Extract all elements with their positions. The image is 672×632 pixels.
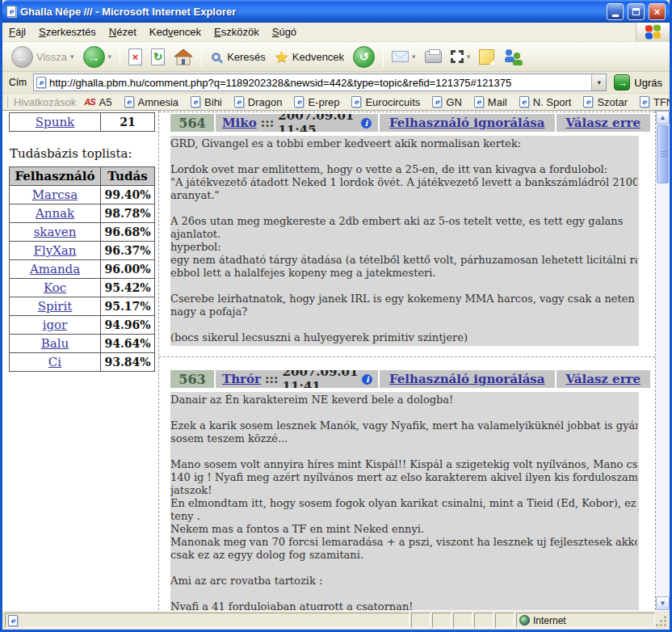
user-link[interactable]: Koc — [44, 280, 66, 295]
user-link[interactable]: Amanda — [30, 262, 80, 276]
ie-page-icon: e — [294, 96, 304, 107]
home-button[interactable] — [170, 46, 197, 68]
forward-button[interactable]: → ▾ — [79, 44, 116, 70]
scroll-up-button[interactable]: ▲ — [656, 111, 670, 124]
post-text-line: Lordok ovet mar emlitettem, hogy o vette… — [170, 163, 637, 176]
stop-icon: × — [128, 48, 142, 65]
home-icon — [174, 48, 193, 65]
address-dropdown-button[interactable]: ▾ — [591, 74, 606, 91]
forward-dropdown-icon[interactable]: ▾ — [108, 53, 112, 61]
back-dropdown-icon[interactable]: ▾ — [70, 53, 74, 61]
menu-item-kedvencek[interactable]: Kedvencek — [143, 24, 208, 40]
back-button[interactable]: ← Vissza ▾ — [7, 44, 78, 70]
menu-item-nezet[interactable]: Nézet — [103, 24, 143, 40]
links-bar-item-a5[interactable]: ASA5 — [81, 95, 115, 109]
minimize-button[interactable] — [607, 3, 624, 20]
print-button[interactable] — [421, 48, 446, 65]
links-bar-item-eurocircuits[interactable]: eEurocircuits — [348, 95, 423, 109]
post-author-link[interactable]: Miko — [222, 116, 257, 130]
links-bar-item-amnesia[interactable]: eAmnesia — [121, 95, 183, 109]
scroll-track[interactable] — [656, 124, 670, 596]
info-icon[interactable]: i — [361, 118, 372, 129]
ignore-user-link[interactable]: Felhasználó ignorálása — [389, 372, 545, 386]
mail-dropdown-icon[interactable]: ▾ — [412, 53, 416, 61]
links-bar-item-dragon[interactable]: eDragon — [231, 95, 286, 109]
links-bar-item-szotar[interactable]: eSzotar — [580, 95, 631, 109]
stop-button[interactable]: × — [124, 46, 146, 68]
status-bar: e Internet — [2, 610, 670, 630]
user-value: 96.00% — [101, 260, 155, 279]
edit-dropdown-icon[interactable]: ▾ — [467, 53, 471, 61]
menu-item-fajl[interactable]: Fájl — [2, 24, 32, 40]
table-row: Spirit95.17% — [10, 297, 155, 316]
reply-link[interactable]: Válasz erre — [566, 372, 640, 386]
favorites-button[interactable]: ★ Kedvencek — [271, 46, 348, 67]
messenger-button[interactable] — [499, 46, 528, 68]
user-link[interactable]: Balu — [41, 336, 69, 351]
post-body: GRD, Givangel es a tobbi ember kedveert … — [170, 136, 639, 346]
user-link[interactable]: skaven — [34, 225, 77, 239]
resize-grip[interactable] — [657, 613, 668, 628]
post-text-line: jatszok! — [170, 484, 637, 497]
scroll-thumb[interactable] — [657, 125, 669, 183]
post-text-line: aranyat." — [170, 189, 637, 202]
links-bar-item-tfn[interactable]: eTFN — [636, 95, 670, 109]
user-link[interactable]: Spirit — [38, 299, 73, 314]
globe-icon — [519, 615, 530, 626]
mail-button[interactable]: ▾ — [388, 48, 420, 65]
search-button[interactable]: Keresés — [206, 48, 270, 65]
post-date: 2007.09.01 11:45 — [278, 114, 357, 132]
history-button[interactable]: ↺ — [349, 44, 379, 70]
table-row: Ci93.84% — [10, 353, 155, 372]
post-paragraph: Nyafi a 41 fordulojaban atugrott a csato… — [170, 600, 637, 610]
go-button[interactable]: → Ugrás — [611, 74, 666, 91]
user-value: 96.37% — [101, 242, 155, 260]
menu-item-szerkesztes[interactable]: Szerkesztés — [32, 24, 103, 40]
scroll-down-button[interactable]: ▼ — [656, 596, 670, 610]
links-bar: Hivatkozások ASA5eAmnesiaeBihieDragoneE-… — [2, 94, 670, 111]
post-body: Danair az Én karaktereim NE keverd bele … — [170, 392, 639, 610]
links-bar-grip[interactable] — [6, 97, 8, 107]
ie-page-icon: e — [124, 96, 134, 107]
toolbar-separator — [383, 46, 384, 67]
ie-page-icon: e — [519, 96, 529, 107]
user-link[interactable]: Marcsa — [32, 187, 78, 202]
links-bar-item-n-sport[interactable]: eN. Sport — [516, 95, 575, 109]
a5-logo-icon: AS — [84, 97, 94, 107]
edit-button[interactable]: ▾ — [447, 48, 475, 65]
links-bar-item-bihi[interactable]: eBihi — [187, 95, 225, 109]
table-row: FlyXan96.37% — [10, 242, 155, 260]
menu-item-eszkozok[interactable]: Eszközök — [208, 24, 266, 40]
menu-item-sugo[interactable]: Súgó — [266, 24, 303, 40]
close-icon: × — [654, 6, 661, 18]
links-bar-item-gn[interactable]: eGN — [429, 95, 465, 109]
user-link[interactable]: Spunk — [36, 115, 74, 129]
links-bar-item-mail[interactable]: eMail — [471, 95, 510, 109]
post-meta: Miko:::2007.09.01 11:45i — [216, 114, 378, 132]
user-link[interactable]: Annak — [36, 206, 74, 221]
refresh-button[interactable]: ↻ — [147, 46, 169, 68]
table-row: skaven96.68% — [10, 223, 155, 242]
notes-button[interactable] — [475, 47, 498, 67]
status-message-panel: e — [5, 613, 410, 628]
user-value: 95.42% — [101, 279, 155, 297]
page-favicon-icon: e — [36, 77, 46, 88]
forum-thread-pane: 564Miko:::2007.09.01 11:45iFelhasználó i… — [158, 111, 656, 610]
user-link[interactable]: Ci — [48, 355, 61, 369]
user-link[interactable]: FlyXan — [34, 243, 77, 258]
links-bar-item-e-prep[interactable]: eE-prep — [291, 95, 342, 109]
user-link[interactable]: igor — [43, 318, 68, 332]
vertical-scrollbar[interactable]: ▲ ▼ — [656, 111, 670, 610]
close-button[interactable]: × — [649, 3, 666, 20]
reply-link[interactable]: Válasz erre — [566, 116, 640, 130]
post-text-line: csak ez az egyy dolog fog szamitani. — [170, 549, 637, 562]
status-panel — [453, 613, 472, 628]
info-icon[interactable]: i — [362, 374, 372, 385]
post-ignore-cell: Felhasználó ignorálása — [380, 114, 555, 132]
ignore-user-link[interactable]: Felhasználó ignorálása — [389, 116, 545, 130]
link-label: Eurocircuits — [365, 96, 420, 108]
post-text-line: egy nem átadható tárgy átadása (a tételb… — [170, 254, 637, 267]
post-author-link[interactable]: Thrór — [222, 372, 261, 386]
maximize-button[interactable] — [628, 3, 645, 20]
address-input[interactable]: e http://ghalla.pbm.hu/comment.php?q=118… — [33, 74, 607, 91]
